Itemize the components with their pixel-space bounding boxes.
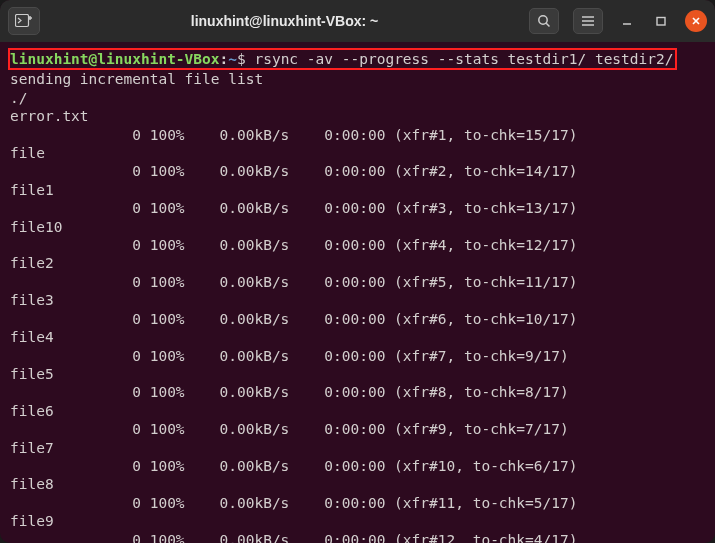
file-stats: 0 100% 0.00kB/s 0:00:00 (xfr#8, to-chk=8… [10,383,705,401]
file-stats: 0 100% 0.00kB/s 0:00:00 (xfr#6, to-chk=1… [10,310,705,328]
file-name: error.txt [10,107,705,125]
svg-rect-0 [16,15,29,27]
maximize-button[interactable] [651,11,671,31]
file-name: file [10,144,705,162]
output-header: sending incremental file list [10,70,705,88]
titlebar-right [529,8,707,34]
titlebar-left [8,7,40,35]
file-name: file10 [10,218,705,236]
maximize-icon [655,15,667,27]
file-stats: 0 100% 0.00kB/s 0:00:00 (xfr#5, to-chk=1… [10,273,705,291]
file-stats: 0 100% 0.00kB/s 0:00:00 (xfr#2, to-chk=1… [10,162,705,180]
file-stats: 0 100% 0.00kB/s 0:00:00 (xfr#3, to-chk=1… [10,199,705,217]
command-highlight: linuxhint@linuxhint-VBox:~$ rsync -av --… [8,48,677,70]
output-dotslash: ./ [10,89,705,107]
terminal-plus-icon [15,14,33,28]
menu-button[interactable] [573,8,603,34]
terminal-window: linuxhint@linuxhint-VBox: ~ [0,0,715,543]
close-button[interactable] [685,10,707,32]
prompt-user-host: linuxhint@linuxhint-VBox [10,51,220,67]
file-stats: 0 100% 0.00kB/s 0:00:00 (xfr#11, to-chk=… [10,494,705,512]
hamburger-icon [581,15,595,27]
file-name: file2 [10,254,705,272]
file-name: file1 [10,181,705,199]
file-name: file5 [10,365,705,383]
file-stats: 0 100% 0.00kB/s 0:00:00 (xfr#9, to-chk=7… [10,420,705,438]
file-stats: 0 100% 0.00kB/s 0:00:00 (xfr#12, to-chk=… [10,531,705,543]
close-icon [691,16,701,26]
command-text: rsync -av --progress --stats testdir1/ t… [254,51,673,67]
titlebar: linuxhint@linuxhint-VBox: ~ [0,0,715,42]
window-title: linuxhint@linuxhint-VBox: ~ [48,13,521,29]
minimize-button[interactable] [617,11,637,31]
svg-rect-9 [657,18,665,26]
prompt-line: linuxhint@linuxhint-VBox:~$ rsync -av --… [10,48,705,70]
svg-line-4 [546,23,549,26]
prompt-path: ~ [228,51,237,67]
svg-point-3 [539,16,547,24]
file-name: file6 [10,402,705,420]
file-name: file3 [10,291,705,309]
file-name: file9 [10,512,705,530]
search-button[interactable] [529,8,559,34]
terminal-body[interactable]: linuxhint@linuxhint-VBox:~$ rsync -av --… [0,42,715,543]
file-name: file8 [10,475,705,493]
file-stats: 0 100% 0.00kB/s 0:00:00 (xfr#7, to-chk=9… [10,347,705,365]
file-name: file4 [10,328,705,346]
file-name: file7 [10,439,705,457]
search-icon [537,14,551,28]
file-stats: 0 100% 0.00kB/s 0:00:00 (xfr#4, to-chk=1… [10,236,705,254]
output-entries: error.txt 0 100% 0.00kB/s 0:00:00 (xfr#1… [10,107,705,543]
minimize-icon [621,15,633,27]
new-tab-button[interactable] [8,7,40,35]
file-stats: 0 100% 0.00kB/s 0:00:00 (xfr#10, to-chk=… [10,457,705,475]
file-stats: 0 100% 0.00kB/s 0:00:00 (xfr#1, to-chk=1… [10,126,705,144]
